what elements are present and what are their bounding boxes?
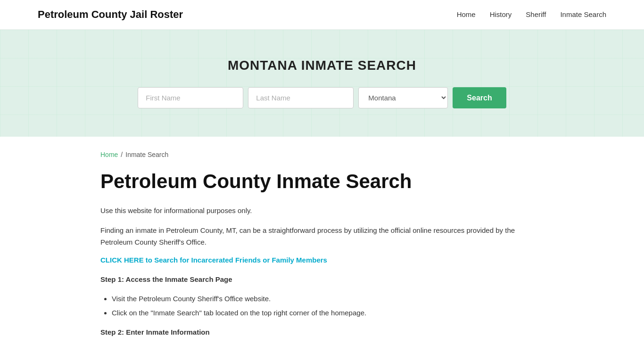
nav-list: HomeHistorySheriffInmate Search [457,10,606,19]
nav-item-inmate-search[interactable]: Inmate Search [560,10,606,18]
hero-heading: MONTANA INMATE SEARCH [9,58,635,73]
hero-section: MONTANA INMATE SEARCH MontanaAlabamaAlas… [0,30,644,137]
breadcrumb-home[interactable]: Home [100,151,118,158]
list-item: Click on the "Inmate Search" tab located… [112,307,544,319]
state-select[interactable]: MontanaAlabamaAlaskaArizonaArkansasCalif… [358,87,448,108]
last-name-input[interactable] [248,87,354,108]
step2-title: Step 2: Enter Inmate Information [100,326,544,338]
paragraph-2: Finding an inmate in Petroleum County, M… [100,224,544,248]
nav-item-sheriff[interactable]: Sheriff [526,10,546,18]
page-title: Petroleum County Inmate Search [100,170,544,193]
search-button[interactable]: Search [453,87,506,108]
first-name-input[interactable] [138,87,243,108]
site-header: Petroleum County Jail Roster HomeHistory… [0,0,644,30]
list-item: Visit the Petroleum County Sheriff's Off… [112,293,544,305]
step1-list: Visit the Petroleum County Sheriff's Off… [112,293,544,319]
cta-link[interactable]: CLICK HERE to Search for Incarcerated Fr… [100,256,327,264]
breadcrumb: Home / Inmate Search [100,151,544,158]
main-nav: HomeHistorySheriffInmate Search [457,10,606,19]
breadcrumb-current: Inmate Search [125,151,168,158]
nav-item-home[interactable]: Home [457,10,476,18]
site-title[interactable]: Petroleum County Jail Roster [38,8,183,21]
nav-item-history[interactable]: History [490,10,512,18]
step1-title: Step 1: Access the Inmate Search Page [100,273,544,286]
breadcrumb-separator: / [121,151,123,158]
inmate-search-form: MontanaAlabamaAlaskaArizonaArkansasCalif… [9,87,635,108]
main-content: Home / Inmate Search Petroleum County In… [63,137,581,362]
paragraph-1: Use this website for informational purpo… [100,205,544,217]
content-body: Use this website for informational purpo… [100,205,544,338]
